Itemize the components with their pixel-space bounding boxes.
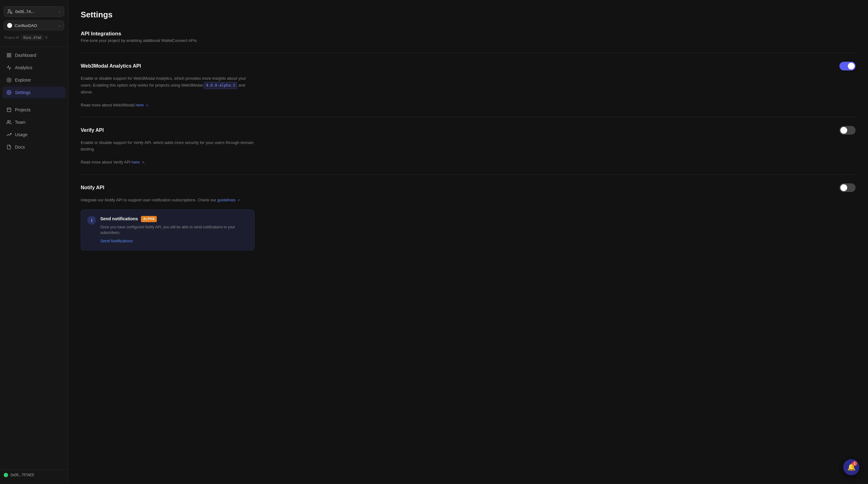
page-title: Settings: [81, 10, 856, 20]
send-notifications-button[interactable]: Send Notifications: [100, 238, 133, 245]
user-online-dot: [4, 473, 8, 477]
verify-api-toggle[interactable]: [839, 126, 856, 135]
guidelines-link[interactable]: guidelines ↗: [217, 198, 240, 202]
user-address-text: 0x05...7f7AE5: [10, 473, 34, 477]
notify-api-toggle[interactable]: [839, 183, 856, 192]
sidebar-bottom: 0x05...7f7AE5: [0, 470, 68, 480]
dashboard-icon: [6, 53, 12, 58]
sidebar-item-label: Explorer: [15, 77, 31, 83]
wallet-icon: [7, 9, 13, 14]
copy-icon[interactable]: ⎘: [45, 35, 48, 40]
docs-icon: [6, 144, 12, 150]
notify-card-info-icon: ℹ: [87, 216, 96, 225]
web3modal-read-more-suffix: .: [148, 103, 149, 107]
api-integrations-desc: Fine-tune your project by enabling addit…: [81, 38, 856, 43]
svg-point-10: [7, 120, 9, 122]
svg-point-8: [8, 92, 10, 93]
project-id-row: Project ID 81cd...67a6 ⎘: [4, 33, 64, 41]
verify-here-link[interactable]: here ↗: [132, 160, 144, 164]
notify-api-header: Notify API: [81, 183, 856, 192]
send-notifications-label: Send Notifications: [100, 238, 133, 243]
svg-rect-2: [7, 53, 9, 55]
project-name-text: ConfluxDAO: [14, 23, 56, 28]
analytics-icon: [6, 65, 12, 70]
verify-api-header: Verify API: [81, 126, 856, 135]
settings-icon: [6, 90, 12, 95]
sidebar-item-projects[interactable]: Projects: [2, 104, 65, 116]
web3modal-here-link[interactable]: here ↗: [136, 103, 148, 107]
notify-send-card: ℹ Send notifications ALPHA Once you have…: [81, 209, 254, 250]
svg-rect-9: [7, 108, 11, 112]
web3modal-read-more-text: Read more about Web3Modal: [81, 103, 136, 107]
notify-api-body: Integrate our Notify API to support user…: [81, 197, 254, 250]
verify-api-desc: Enable or disable support for Verify API…: [81, 140, 254, 152]
sidebar-item-analytics[interactable]: Analytics: [2, 62, 65, 73]
wallet-address-text: 0x05..7A...: [15, 9, 56, 14]
sidebar-item-label: Projects: [15, 107, 31, 112]
alpha-badge: ALPHA: [141, 216, 157, 222]
svg-rect-4: [9, 56, 11, 57]
notify-desc-text: Integrate our Notify API to support user…: [81, 198, 217, 202]
sidebar-item-label: Docs: [15, 144, 25, 150]
version-code-tag: 4.0.0-alpha.3: [204, 82, 237, 89]
web3modal-api-header: Web3Modal Analytics API: [81, 62, 856, 70]
verify-api-title: Verify API: [81, 128, 104, 133]
api-integrations-title: API Integrations: [81, 31, 856, 37]
verify-read-more-suffix: .: [144, 160, 145, 164]
web3modal-toggle-slider: [839, 62, 856, 70]
verify-read-more-text: Read more about Verify API: [81, 160, 132, 164]
explorer-icon: [6, 77, 12, 83]
sidebar-item-dashboard[interactable]: Dashboard: [2, 49, 65, 61]
notify-api-item: Notify API Integrate our Notify API to s…: [81, 174, 856, 259]
verify-toggle-slider: [839, 126, 856, 135]
project-chevron-icon: ⌄: [58, 24, 61, 28]
project-id-value: 81cd...67a6: [21, 35, 43, 40]
web3modal-api-item: Web3Modal Analytics API Enable or disabl…: [81, 53, 856, 117]
web3modal-api-title: Web3Modal Analytics API: [81, 63, 141, 69]
project-dot: [7, 23, 12, 28]
verify-api-item: Verify API Enable or disable support for…: [81, 117, 856, 174]
notification-bell-button[interactable]: 🔔 1: [843, 459, 859, 475]
notify-toggle-slider: [839, 183, 856, 192]
svg-rect-5: [7, 56, 9, 57]
notify-api-title: Notify API: [81, 185, 104, 191]
svg-point-7: [8, 79, 10, 81]
sidebar-item-usage[interactable]: Usage: [2, 129, 65, 140]
sidebar-item-label: Dashboard: [15, 53, 36, 58]
projects-icon: [6, 107, 12, 112]
chevron-down-icon: ⌄: [58, 10, 61, 14]
notify-card-content: Send notifications ALPHA Once you have c…: [100, 215, 248, 244]
sidebar-item-docs[interactable]: Docs: [2, 141, 65, 153]
notify-card-title: Send notifications: [100, 215, 138, 222]
svg-point-6: [7, 78, 11, 82]
sidebar-item-label: Usage: [15, 132, 27, 137]
svg-rect-3: [9, 53, 11, 55]
project-id-label: Project ID: [4, 36, 19, 39]
api-integrations-section: API Integrations Fine-tune your project …: [81, 31, 856, 259]
notify-card-header: Send notifications ALPHA: [100, 215, 248, 222]
notification-badge: 1: [852, 461, 857, 466]
team-icon: [6, 120, 12, 125]
sidebar: 0x05..7A... ⌄ ConfluxDAO ⌄ Project ID 81…: [0, 0, 68, 484]
nav-section: Dashboard Analytics Explorer Settings: [0, 49, 68, 470]
verify-api-body: Enable or disable support for Verify API…: [81, 140, 254, 165]
sidebar-item-label: Team: [15, 120, 26, 125]
svg-point-0: [8, 9, 10, 11]
web3modal-api-body: Enable or disable support for Web3Modal …: [81, 75, 254, 108]
external-link-icon-2: ↗: [142, 161, 144, 164]
main-content: Settings API Integrations Fine-tune your…: [68, 0, 868, 484]
web3modal-api-toggle[interactable]: [839, 62, 856, 70]
wallet-selector[interactable]: 0x05..7A... ⌄: [4, 6, 64, 17]
sidebar-item-settings[interactable]: Settings: [2, 87, 65, 98]
sidebar-item-label: Settings: [15, 90, 31, 95]
sidebar-item-label: Analytics: [15, 65, 32, 70]
sidebar-item-explorer[interactable]: Explorer: [2, 74, 65, 86]
usage-icon: [6, 132, 12, 137]
sidebar-item-team[interactable]: Team: [2, 116, 65, 128]
sidebar-top: 0x05..7A... ⌄ ConfluxDAO ⌄ Project ID 81…: [0, 4, 68, 47]
notify-desc-suffix: .: [240, 198, 241, 202]
notify-card-desc: Once you have configured Notify API, you…: [100, 224, 248, 235]
project-selector[interactable]: ConfluxDAO ⌄: [4, 21, 64, 30]
